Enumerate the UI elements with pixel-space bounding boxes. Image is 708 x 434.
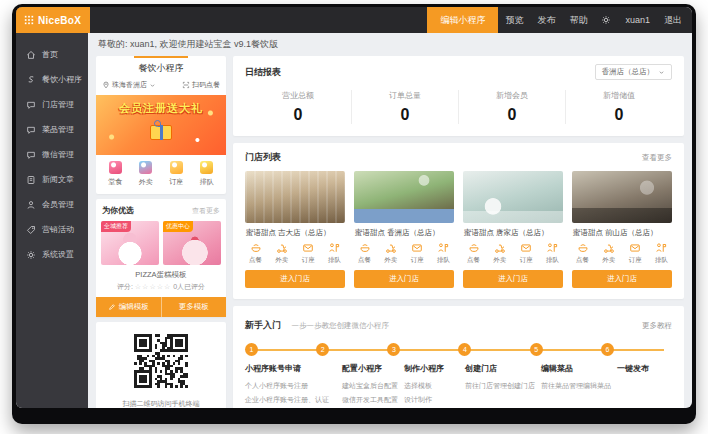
pick-tag: 优惠中心 <box>163 221 193 232</box>
picks-card: 为你优选 查看更多 全城推荐 优惠中心 <box>96 199 226 317</box>
store-action-order[interactable]: 点餐 <box>576 242 589 265</box>
store-action-takeout[interactable]: 外卖 <box>493 242 506 265</box>
promo-banner: 会员注册送大礼 <box>96 95 226 155</box>
store-list-card: 门店列表 查看更多 蜜语甜点 吉大店（总店） <box>233 143 684 299</box>
guide-step-title: 创建门店 <box>465 363 535 374</box>
logo-text: NiceBoX <box>38 15 81 26</box>
guide-step-item: 微信开发工具配置 <box>342 393 398 407</box>
qr-code <box>134 334 188 388</box>
pick-image: 全城推荐 <box>101 221 159 265</box>
picks-header: 为你优选 查看更多 <box>96 199 226 221</box>
rating-stars: ☆☆☆☆☆ <box>135 283 171 290</box>
edit-template-label: 编辑模板 <box>119 302 149 312</box>
stat-new-members: 新增会员 0 <box>459 90 566 124</box>
guide-step-item: 设计制作 <box>404 393 459 407</box>
template-buttons: 编辑模板 更多模板 <box>96 297 226 317</box>
report-stats: 营业总额 0 订单总量 0 新增会员 0 <box>245 90 672 124</box>
guide-steps: 小程序账号申请 个人小程序账号注册 企业小程序账号注册、认证 微信公众号注册、认… <box>245 363 672 408</box>
home-icon <box>26 50 36 60</box>
queue-icon <box>200 161 213 174</box>
store-action-label: 排队 <box>437 256 450 265</box>
sidebar-item-mini-program[interactable]: 餐饮小程序 <box>16 67 88 92</box>
store-action-takeout[interactable]: 外卖 <box>602 242 615 265</box>
step-circle: 2 <box>316 343 329 356</box>
guide-step-title: 编辑菜品 <box>541 363 611 374</box>
guide-subtitle: 一步一步教您创建微信小程序 <box>291 321 389 330</box>
store-action-queue[interactable]: 排队 <box>546 242 559 265</box>
quick-action-queue: 排队 <box>200 161 214 187</box>
pick-tag: 全城推荐 <box>101 221 131 232</box>
store-action-takeout[interactable]: 外卖 <box>384 242 397 265</box>
sidebar-item-system-settings[interactable]: 系统设置 <box>16 242 88 267</box>
rating-count: 0人已评分 <box>173 283 205 290</box>
more-templates-button[interactable]: 更多模板 <box>161 297 227 317</box>
sidebar-item-member-management[interactable]: 会员管理 <box>16 192 88 217</box>
scooter-icon <box>385 242 397 254</box>
sidebar-item-dish-management[interactable]: 菜品管理 <box>16 117 88 142</box>
publish-link[interactable]: 发布 <box>530 7 562 33</box>
store-action-order[interactable]: 点餐 <box>249 242 262 265</box>
pencil-icon <box>108 303 116 311</box>
store-action-label: 外卖 <box>602 256 615 265</box>
chat-bubble-icon <box>26 125 36 135</box>
picks-title: 为你优选 <box>102 205 134 216</box>
sidebar-item-marketing[interactable]: 营销活动 <box>16 217 88 242</box>
store-action-order[interactable]: 点餐 <box>467 242 480 265</box>
help-link[interactable]: 帮助 <box>562 7 594 33</box>
store-name: 蜜语甜点 香洲店（总店） <box>354 223 454 242</box>
sidebar-item-news-articles[interactable]: 新闻文章 <box>16 167 88 192</box>
enter-store-button[interactable]: 进入门店 <box>354 270 454 288</box>
store-filter-dropdown[interactable]: 香洲店（总店） <box>595 64 673 80</box>
store-name: 蜜语甜点 前山店（总店） <box>572 223 672 242</box>
store-card: 蜜语甜点 吉大店（总店） 点餐 <box>245 171 345 288</box>
store-action-reserve[interactable]: 订座 <box>411 242 424 265</box>
enter-store-button[interactable]: 进入门店 <box>245 270 345 288</box>
store-action-order[interactable]: 点餐 <box>358 242 371 265</box>
store-actions: 点餐 外卖 订座 <box>245 242 345 270</box>
phone-location-row: 珠海香洲店 扫码点餐 <box>96 78 226 95</box>
body-row: 首页 餐饮小程序 门店管理 菜品管理 <box>16 33 692 408</box>
guide-step-title: 小程序账号申请 <box>245 363 336 374</box>
sidebar-item-home[interactable]: 首页 <box>16 42 88 67</box>
store-action-queue[interactable]: 排队 <box>328 242 341 265</box>
enter-store-button[interactable]: 进入门店 <box>572 270 672 288</box>
edit-mini-program-button[interactable]: 编辑小程序 <box>427 7 498 33</box>
guide-step: 一键发布 <box>617 363 672 408</box>
guide-step-title: 配置小程序 <box>342 363 398 374</box>
store-action-takeout[interactable]: 外卖 <box>275 242 288 265</box>
daily-report-card: 日结报表 香洲店（总店） 营业总额 0 <box>233 56 684 136</box>
location-label: 珠海香洲店 <box>112 80 147 90</box>
store-action-label: 点餐 <box>358 256 371 265</box>
settings-gear-button[interactable] <box>594 7 618 33</box>
guide-step: 编辑菜品 前往菜品管理编辑菜品 <box>541 363 611 408</box>
edit-template-button[interactable]: 编辑模板 <box>96 297 161 317</box>
bowl-icon <box>577 242 589 254</box>
guide-step-item: 微信公众号注册、认证小程序 <box>245 406 336 408</box>
username-menu[interactable]: xuan1 <box>618 7 657 33</box>
app-logo: NiceBoX <box>16 7 90 33</box>
sidebar-item-store-management[interactable]: 门店管理 <box>16 92 88 117</box>
phone-preview-card: 餐饮小程序 珠海香洲店 扫码点餐 <box>96 56 226 194</box>
store-action-reserve[interactable]: 订座 <box>629 242 642 265</box>
store-action-reserve[interactable]: 订座 <box>520 242 533 265</box>
guide-step-item: 选择模板 <box>404 379 459 393</box>
more-tutorials-link[interactable]: 更多教程 <box>642 321 672 331</box>
guide-step-item: 前往菜品管理编辑菜品 <box>541 379 611 393</box>
guide-header: 新手入门 一步一步教您创建微信小程序 更多教程 <box>245 314 672 332</box>
qr-card: 扫描二维码访问手机终端 <box>96 322 226 408</box>
store-list-more-link[interactable]: 查看更多 <box>642 153 672 163</box>
grid-icon <box>24 15 34 25</box>
chat-bubble-icon <box>26 100 36 110</box>
enter-store-button[interactable]: 进入门店 <box>463 270 563 288</box>
report-header: 日结报表 香洲店（总店） <box>245 64 672 80</box>
store-name: 蜜语甜点 吉大店（总店） <box>245 223 345 242</box>
store-action-queue[interactable]: 排队 <box>655 242 668 265</box>
stat-orders: 订单总量 0 <box>352 90 459 124</box>
logout-link[interactable]: 退出 <box>657 7 692 33</box>
location-pin-icon <box>102 81 110 89</box>
step-circle: 1 <box>245 343 258 356</box>
store-action-queue[interactable]: 排队 <box>437 242 450 265</box>
sidebar-item-wechat-management[interactable]: 微信管理 <box>16 142 88 167</box>
preview-link[interactable]: 预览 <box>498 7 530 33</box>
store-action-reserve[interactable]: 订座 <box>302 242 315 265</box>
